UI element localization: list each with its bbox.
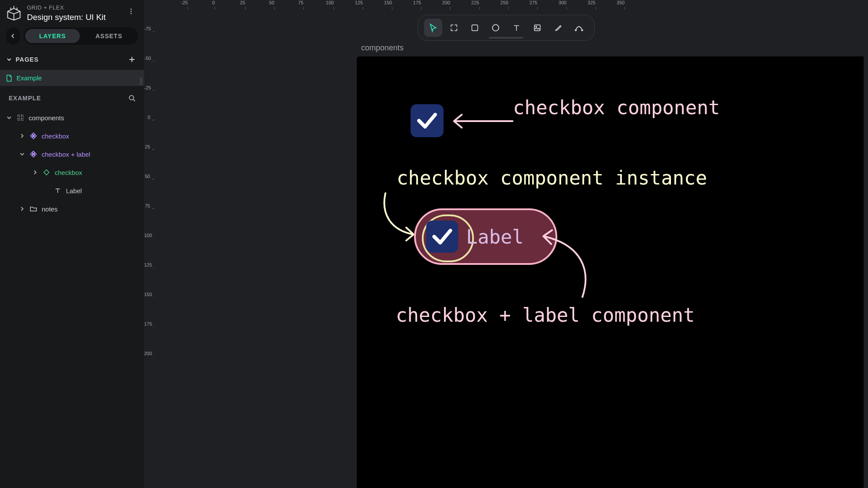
folder-icon (30, 206, 37, 212)
layer-instance-checkbox[interactable]: checkbox (0, 163, 144, 181)
svg-point-2 (131, 13, 132, 14)
tool-frame[interactable] (445, 19, 463, 37)
layer-component-checkbox-label[interactable]: checkbox + label (0, 145, 144, 163)
chevron-right-icon (19, 133, 25, 138)
canvas-checkbox-component[interactable] (411, 104, 444, 137)
search-layers-button[interactable] (126, 92, 138, 104)
tool-vector[interactable] (570, 19, 588, 37)
instance-icon (43, 169, 50, 175)
panel-tabs: LAYERS ASSETS (0, 25, 144, 49)
svg-rect-4 (472, 25, 477, 30)
layer-label: checkbox (42, 132, 69, 140)
svg-rect-6 (534, 25, 540, 30)
chevron-down-icon (6, 115, 12, 120)
doc-header: GRID + FLEX Design system: UI Kit (0, 0, 144, 25)
canvas-checkbox-label-component[interactable]: Label (414, 208, 557, 265)
pages-section-title: PAGES (16, 56, 122, 63)
ruler-corner (144, 0, 157, 10)
breadcrumb[interactable]: GRID + FLEX (27, 4, 119, 11)
page-label: Example (16, 74, 42, 82)
tool-image[interactable] (528, 19, 546, 37)
page-item-example[interactable]: Example (0, 70, 144, 86)
canvas-frame[interactable]: checkbox component checkbox component in… (357, 56, 864, 488)
add-page-button[interactable] (126, 53, 138, 66)
layer-label: Label (66, 187, 82, 195)
svg-point-9 (582, 30, 583, 31)
tool-select[interactable] (424, 19, 442, 37)
annotation-arrow-icon (539, 228, 595, 301)
tool-ellipse[interactable] (487, 19, 505, 37)
ruler-horizontal[interactable]: -250255075100125150175200225250275300325… (144, 0, 868, 10)
annotation-arrow-icon (450, 110, 515, 132)
tool-rectangle[interactable] (466, 19, 484, 37)
doc-title[interactable]: Design system: UI Kit (27, 13, 119, 22)
layer-component-checkbox[interactable]: checkbox (0, 127, 144, 145)
component-icon (30, 151, 37, 158)
layer-label: checkbox (55, 169, 82, 176)
svg-point-8 (575, 30, 576, 31)
chevron-down-icon (19, 152, 25, 157)
layer-folder-notes[interactable]: notes (0, 200, 144, 218)
layer-label: checkbox + label (42, 151, 90, 158)
back-button[interactable] (6, 27, 20, 45)
layers-panel-header: EXAMPLE (0, 86, 144, 109)
canvas-label-text[interactable]: Label (466, 226, 523, 248)
scrollbar-thumb[interactable] (140, 77, 142, 85)
annotation-instance: checkbox component instance (397, 167, 707, 189)
text-icon (54, 188, 62, 194)
canvas-checkbox-instance[interactable] (426, 221, 458, 253)
pages-section-header[interactable]: PAGES (0, 49, 144, 70)
frame-label[interactable]: components (361, 43, 404, 53)
svg-point-5 (493, 25, 499, 31)
component-icon (30, 132, 37, 139)
layer-label: components (29, 114, 64, 122)
annotation-combo: checkbox + label component (396, 304, 695, 326)
canvas-workspace[interactable]: -250255075100125150175200225250275300325… (144, 0, 868, 488)
ruler-vertical[interactable]: -75-50-250255075100125150175200 (144, 0, 157, 488)
toolbar-drag-handle[interactable] (489, 37, 523, 39)
layers-panel-title: EXAMPLE (9, 95, 126, 102)
svg-point-1 (131, 11, 132, 12)
chevron-right-icon (19, 206, 25, 211)
frame-icon (16, 114, 24, 121)
doc-menu-button[interactable] (124, 4, 138, 18)
layer-text-label[interactable]: Label (0, 181, 144, 200)
chevron-down-icon (6, 57, 12, 62)
svg-point-7 (536, 26, 537, 27)
layer-frame-components[interactable]: components (0, 109, 144, 127)
svg-point-0 (131, 9, 132, 10)
chevron-right-icon (32, 170, 38, 175)
canvas-toolbar[interactable] (418, 15, 595, 41)
app-logo[interactable] (6, 5, 22, 21)
page-icon (6, 75, 12, 82)
svg-point-3 (129, 96, 134, 100)
layer-label: notes (42, 205, 58, 213)
annotation-arrow-icon (377, 191, 420, 247)
tool-pen[interactable] (549, 19, 567, 37)
tab-assets[interactable]: ASSETS (82, 29, 136, 43)
annotation-checkbox-component: checkbox component (513, 96, 720, 119)
left-panel: GRID + FLEX Design system: UI Kit LAYERS… (0, 0, 144, 488)
layer-tree: components checkbox checkbox + label che… (0, 109, 144, 218)
tool-text[interactable] (507, 19, 526, 37)
tab-layers[interactable]: LAYERS (25, 29, 80, 43)
